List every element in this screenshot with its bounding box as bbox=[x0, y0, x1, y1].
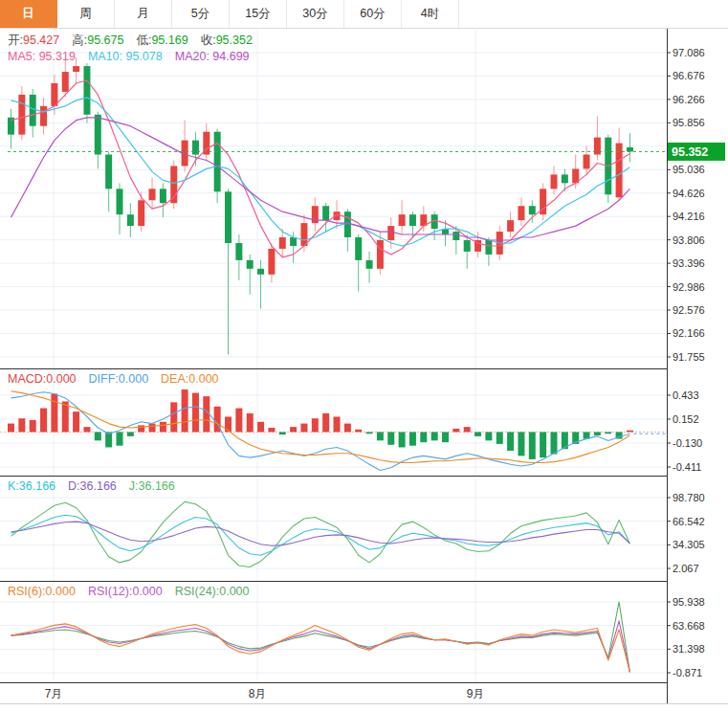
candle-body bbox=[117, 189, 123, 214]
macd-bar bbox=[127, 432, 134, 435]
macd-bar bbox=[30, 420, 36, 432]
macd-item-0: MACD:0.000 bbox=[8, 372, 77, 386]
rsi-item-1: RSI(12):0.000 bbox=[88, 585, 163, 598]
candle-body bbox=[300, 223, 307, 246]
macd-bar bbox=[540, 432, 546, 457]
candle-body bbox=[344, 211, 351, 237]
y-axis-tick-label: 92.576 bbox=[673, 304, 705, 316]
ma-item-2: MA20: 94.699 bbox=[175, 50, 250, 63]
macd-bar bbox=[83, 427, 90, 432]
macd-bar bbox=[105, 432, 112, 447]
macd-bar bbox=[160, 422, 166, 433]
ohlc-item-1: 高:95.675 bbox=[72, 33, 123, 47]
candle-body bbox=[464, 240, 471, 252]
macd-bar bbox=[40, 409, 47, 433]
macd-bar bbox=[551, 432, 558, 454]
x-axis-month-label: 8月 bbox=[249, 687, 267, 700]
candle-body bbox=[290, 237, 297, 246]
j-line bbox=[11, 501, 630, 567]
y-axis-tick-label: -0.130 bbox=[673, 437, 702, 449]
chart-canvas[interactable]: 97.08696.67696.26695.85695.44695.03694.6… bbox=[0, 0, 728, 711]
chart-area: 97.08696.67696.26695.85695.44695.03694.6… bbox=[0, 0, 728, 711]
kdj-item-2: J:36.166 bbox=[129, 479, 175, 493]
macd-bar bbox=[452, 429, 459, 433]
tab-period-4[interactable]: 15分 bbox=[230, 0, 287, 28]
rsi-item-0: RSI(6):0.000 bbox=[8, 585, 76, 598]
y-axis-tick-label: 93.806 bbox=[673, 234, 705, 246]
macd-bar bbox=[268, 428, 275, 432]
y-axis-tick-label: 63.668 bbox=[673, 620, 705, 632]
kdj-item-1: D:36.166 bbox=[68, 479, 117, 493]
ma-legend: MA5: 95.319MA10: 95.078MA20: 94.699 bbox=[8, 50, 262, 63]
current-price-badge-label: 95.352 bbox=[672, 145, 708, 159]
macd-bar bbox=[464, 427, 471, 432]
candle-body bbox=[40, 106, 47, 126]
macd-bar bbox=[507, 432, 514, 451]
candle-body bbox=[409, 214, 416, 226]
candle-body bbox=[160, 189, 166, 203]
macd-bar bbox=[192, 393, 199, 433]
y-axis-tick-label: 95.036 bbox=[673, 164, 705, 175]
candle-body bbox=[235, 243, 242, 260]
tab-period-0[interactable]: 日 bbox=[0, 0, 57, 28]
dea-line bbox=[11, 391, 630, 463]
macd-bar bbox=[344, 424, 351, 433]
candle-body bbox=[529, 206, 536, 214]
y-axis-tick-label: 96.266 bbox=[673, 94, 705, 105]
macd-bar bbox=[529, 432, 536, 458]
ma5-line bbox=[11, 80, 630, 257]
candle-body bbox=[485, 240, 492, 255]
candle-body bbox=[127, 214, 134, 226]
candle-body bbox=[627, 147, 633, 151]
tab-period-2[interactable]: 月 bbox=[115, 0, 172, 28]
y-axis-tick-label: 66.542 bbox=[673, 516, 705, 527]
y-axis-tick-label: -0.871 bbox=[673, 667, 702, 678]
y-axis-tick-label: 94.216 bbox=[673, 211, 705, 222]
tab-period-7[interactable]: 4时 bbox=[402, 0, 459, 28]
macd-bar bbox=[409, 432, 416, 445]
tab-period-1[interactable]: 周 bbox=[57, 0, 115, 28]
macd-bar bbox=[518, 432, 524, 455]
candle-body bbox=[83, 66, 90, 115]
macd-bar bbox=[366, 432, 373, 433]
candle-body bbox=[95, 115, 101, 155]
candle-body bbox=[279, 237, 286, 249]
macd-bar bbox=[322, 413, 329, 433]
ohlc-item-3: 收:95.352 bbox=[201, 33, 253, 47]
macd-item-2: DEA:0.000 bbox=[161, 372, 218, 386]
candle-body bbox=[387, 226, 394, 240]
kdj-legend: K:36.166D:36.166J:36.166 bbox=[8, 479, 188, 493]
candle-body bbox=[377, 240, 384, 269]
x-axis-month-label: 7月 bbox=[45, 687, 63, 700]
candle-body bbox=[149, 189, 156, 200]
candle-body bbox=[18, 95, 25, 135]
candle-body bbox=[73, 66, 79, 72]
macd-bar bbox=[95, 432, 101, 440]
y-axis-tick-label: 96.676 bbox=[673, 70, 705, 81]
y-axis-tick-label: 95.938 bbox=[673, 596, 705, 608]
macd-bar bbox=[73, 411, 79, 432]
candle-body bbox=[399, 214, 406, 226]
y-axis-tick-label: 93.396 bbox=[673, 257, 705, 269]
candle-body bbox=[355, 237, 362, 260]
macd-bar bbox=[627, 431, 633, 433]
candle-body bbox=[584, 155, 590, 169]
tab-period-3[interactable]: 5分 bbox=[172, 0, 230, 28]
tab-period-5[interactable]: 30分 bbox=[287, 0, 344, 28]
macd-bar bbox=[247, 413, 254, 433]
candle-body bbox=[105, 155, 112, 189]
candle-body bbox=[507, 220, 514, 232]
macd-bar bbox=[605, 432, 611, 433]
candle-body bbox=[452, 232, 459, 240]
macd-bar bbox=[387, 432, 394, 444]
macd-bar bbox=[235, 409, 242, 433]
candle-body bbox=[51, 83, 57, 106]
macd-bar bbox=[496, 432, 503, 443]
ma20-line bbox=[11, 118, 630, 240]
y-axis-tick-label: 0.152 bbox=[673, 413, 699, 425]
macd-bar bbox=[312, 418, 319, 432]
tab-period-6[interactable]: 60分 bbox=[344, 0, 402, 28]
macd-bar bbox=[8, 424, 14, 433]
ma-item-1: MA10: 95.078 bbox=[88, 50, 163, 63]
y-axis-tick-label: 98.780 bbox=[673, 492, 705, 503]
